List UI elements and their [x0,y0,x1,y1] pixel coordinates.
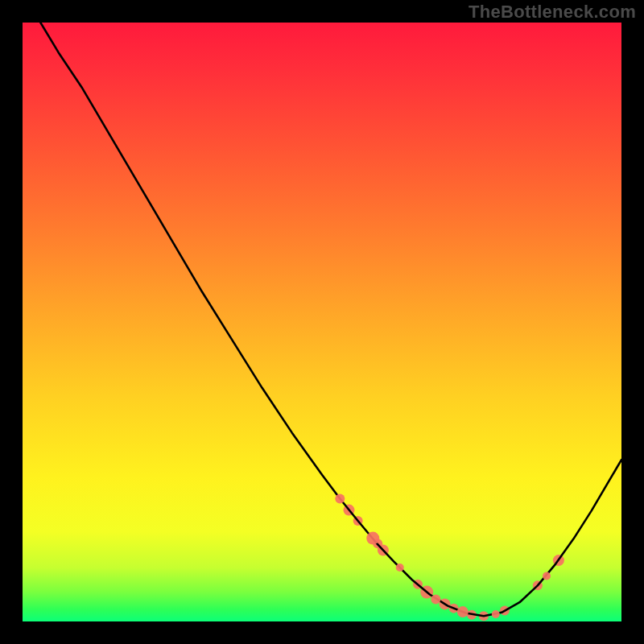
data-marker [335,493,345,503]
data-marker [492,610,500,618]
watermark-text: TheBottleneck.com [469,2,636,23]
chart-frame: TheBottleneck.com [0,0,644,644]
data-marker [431,594,440,604]
chart-svg [23,23,621,621]
data-marker [396,564,404,572]
plot-area [23,23,621,621]
data-marker [543,572,551,580]
bottleneck-curve [40,23,621,616]
data-marker [457,606,469,617]
data-marker [366,532,379,545]
